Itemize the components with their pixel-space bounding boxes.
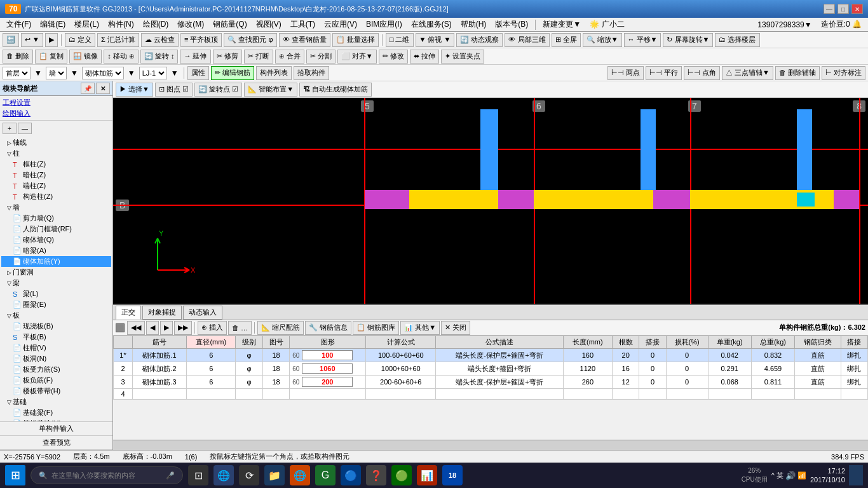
- tb-merge-btn[interactable]: ⊕ 合并: [275, 50, 304, 64]
- menu-online[interactable]: 在线服务(S): [407, 18, 456, 31]
- tb-pan-btn[interactable]: ↔ 平移▼: [624, 33, 661, 47]
- grid-pt-btn[interactable]: ⊡ 图点 ☑: [155, 83, 193, 97]
- tb-align2-btn[interactable]: ⬜ 对齐▼: [337, 50, 377, 64]
- show-desktop-btn[interactable]: [849, 465, 863, 485]
- single-comp-btn[interactable]: 单构件输入: [0, 422, 112, 436]
- menu-floor[interactable]: 楼层(L): [71, 18, 103, 31]
- menu-view[interactable]: 视图(V): [252, 18, 285, 31]
- tb-view-qty-btn[interactable]: 👁 查看钢筋量: [279, 33, 330, 47]
- tb-delete-btn[interactable]: 🗑 删除: [3, 50, 33, 64]
- menu-qty[interactable]: 钢筋量(Q): [209, 18, 250, 31]
- menu-bim[interactable]: BIM应用(I): [362, 18, 406, 31]
- tb-redo-btn[interactable]: ▶: [45, 33, 58, 47]
- tb-zoom-btn[interactable]: 🔍 缩放▼: [583, 33, 622, 47]
- tb-undo-btn[interactable]: ↩ ▼: [21, 33, 43, 47]
- speaker-icon[interactable]: 🔊: [785, 471, 796, 480]
- tree-item-column[interactable]: ▽ 柱: [1, 148, 111, 159]
- app-icon-10[interactable]: 18: [442, 465, 463, 485]
- app-icon-2[interactable]: ⟳: [239, 465, 259, 485]
- tb-back-btn[interactable]: 🔙: [3, 33, 19, 47]
- app-icon-6[interactable]: 🔵: [341, 465, 361, 485]
- tab-snap[interactable]: 对象捕捉: [142, 306, 182, 320]
- nav-add-btn[interactable]: +: [3, 123, 17, 134]
- tb-stretch-btn[interactable]: ⬌ 拉伸: [410, 50, 439, 64]
- scale-rebar-btn[interactable]: 📐 缩尺配筋: [257, 321, 304, 335]
- tree-item-bdbh[interactable]: 📄 楼板带帮(H): [1, 386, 111, 396]
- tab-orthogonal[interactable]: 正交: [116, 306, 141, 320]
- tree-item-aq[interactable]: 📄 暗梁(A): [1, 245, 111, 256]
- tree-item-bzz[interactable]: T 暗柱(Z): [1, 170, 111, 180]
- tb-grip-btn[interactable]: ✦ 设置夹点: [441, 50, 484, 64]
- last-btn[interactable]: ▶▶: [174, 321, 192, 335]
- chevron-icon[interactable]: ^: [771, 471, 775, 479]
- tree-item-jlq[interactable]: 📄 剪力墙(Q): [1, 213, 111, 224]
- pick-comp-btn[interactable]: 拾取构件: [294, 66, 329, 80]
- tb-extend-btn[interactable]: → 延伸: [180, 50, 210, 64]
- app-icon-7[interactable]: ❓: [366, 465, 386, 485]
- rebar-lib-btn[interactable]: 📋 钢筋图库: [353, 321, 399, 335]
- menu-version[interactable]: 版本号(B): [491, 18, 532, 31]
- tb-mirror-btn[interactable]: 🪟 镜像: [69, 50, 102, 64]
- search-box[interactable]: 🔍 在这里输入你要搜索的内容 🎤: [31, 466, 183, 484]
- menu-gxe[interactable]: 🌟 广小二: [586, 18, 628, 31]
- wall-select[interactable]: 墙: [46, 67, 67, 79]
- tree-item-axes[interactable]: ▷ 轴线: [1, 137, 111, 148]
- wifi-icon[interactable]: 📶: [797, 471, 806, 480]
- tb-find-btn[interactable]: 🔍 查找图元 φ: [224, 33, 276, 47]
- nav-close-btn[interactable]: ✕: [96, 83, 110, 94]
- tab-dynamic[interactable]: 动态输入: [183, 306, 222, 320]
- first-btn[interactable]: ◀◀: [127, 321, 145, 335]
- tb-partial3d-btn[interactable]: 👁 局部三维: [505, 33, 549, 47]
- tri-axis-btn[interactable]: △ 三点辅轴▼: [722, 66, 773, 80]
- tb-align-btn[interactable]: ≡ 平齐板顶: [180, 33, 222, 47]
- tree-item-kzz[interactable]: T 框柱(Z): [1, 159, 111, 170]
- tb-rotate-btn[interactable]: ↻ 屏幕旋转▼: [663, 33, 713, 47]
- comp-list-btn[interactable]: 构件列表: [256, 66, 292, 80]
- menu-component[interactable]: 构件(N): [104, 18, 138, 31]
- two-pts-btn[interactable]: ⊢⊣ 两点: [607, 66, 644, 80]
- floor-select[interactable]: 首层: [3, 67, 31, 79]
- menu-new-change[interactable]: 新建变更▼: [539, 18, 585, 31]
- tree-item-xzb[interactable]: 📄 现浇板(B): [1, 321, 111, 332]
- smart-layout-btn[interactable]: 📐 智能布置▼: [244, 83, 297, 97]
- project-settings-link[interactable]: 工程设置: [3, 97, 110, 108]
- property-btn[interactable]: 属性: [187, 66, 209, 80]
- del-axis-btn[interactable]: 🗑 删除辅轴: [775, 66, 820, 80]
- minimize-button[interactable]: —: [824, 4, 835, 14]
- tree-item-dzz[interactable]: T 端柱(Z): [1, 180, 111, 191]
- menu-modify[interactable]: 修改(M): [173, 18, 208, 31]
- tree-item-liang[interactable]: S 梁(L): [1, 288, 111, 299]
- tb-2d-btn[interactable]: □ 二维: [386, 33, 414, 47]
- draw-input-link[interactable]: 绘图输入: [3, 108, 110, 119]
- tree-item-ban[interactable]: 📄 板洞(N): [1, 353, 111, 364]
- menu-draw[interactable]: 绘图(D): [139, 18, 173, 31]
- app-icon-1[interactable]: 🌐: [214, 465, 234, 485]
- tb-calc-btn[interactable]: Σ 汇总计算: [97, 33, 139, 47]
- menu-coins[interactable]: 造价豆:0 🔔: [817, 18, 865, 31]
- edit-rebar-btn[interactable]: ✏ 编辑钢筋: [211, 66, 254, 80]
- menu-edit[interactable]: 编辑(E): [36, 18, 69, 31]
- tree-item-wall[interactable]: ▽ 墙: [1, 202, 111, 213]
- close-panel-btn[interactable]: ✕ 关闭: [441, 321, 470, 335]
- tree-item-rfmq[interactable]: 📄 人防门框墙(RF): [1, 224, 111, 234]
- tb-trim-btn[interactable]: ✂ 修剪: [213, 50, 242, 64]
- tb-orbit-btn[interactable]: 🔄 动态观察: [456, 33, 503, 47]
- clock[interactable]: 17:12 2017/10/10: [810, 466, 845, 485]
- nav-pin-btn[interactable]: 📌: [81, 83, 95, 94]
- tree-item-pb[interactable]: S 平板(B): [1, 332, 111, 342]
- h-scrollbar[interactable]: [113, 440, 868, 450]
- app-icon-5[interactable]: G: [315, 465, 336, 485]
- table-row[interactable]: 1* 砌体加筋.1 6 φ 18 60 100: [114, 349, 868, 362]
- rotate-pt-btn[interactable]: 🔄 旋转点 ☑: [194, 83, 242, 97]
- tree-item-bjls[interactable]: 📄 板受力筋(S): [1, 364, 111, 375]
- table-row-empty[interactable]: 4: [114, 389, 868, 400]
- del-row-btn[interactable]: 🗑 …: [228, 321, 252, 335]
- tree-item-slab[interactable]: ▽ 板: [1, 310, 111, 321]
- rebar-info-btn[interactable]: 🔧 钢筋信息: [305, 321, 351, 335]
- tree-item-jcl[interactable]: 📄 基础梁(F): [1, 407, 111, 418]
- tb-copy-btn[interactable]: 📋 复制: [35, 50, 67, 64]
- tb-break-btn[interactable]: ✂ 打断: [244, 50, 273, 64]
- rebar-type-select[interactable]: 砌体加筋: [82, 67, 124, 79]
- insert-btn[interactable]: ⊕ 插入: [198, 321, 227, 335]
- hscroll-track[interactable]: [113, 440, 868, 450]
